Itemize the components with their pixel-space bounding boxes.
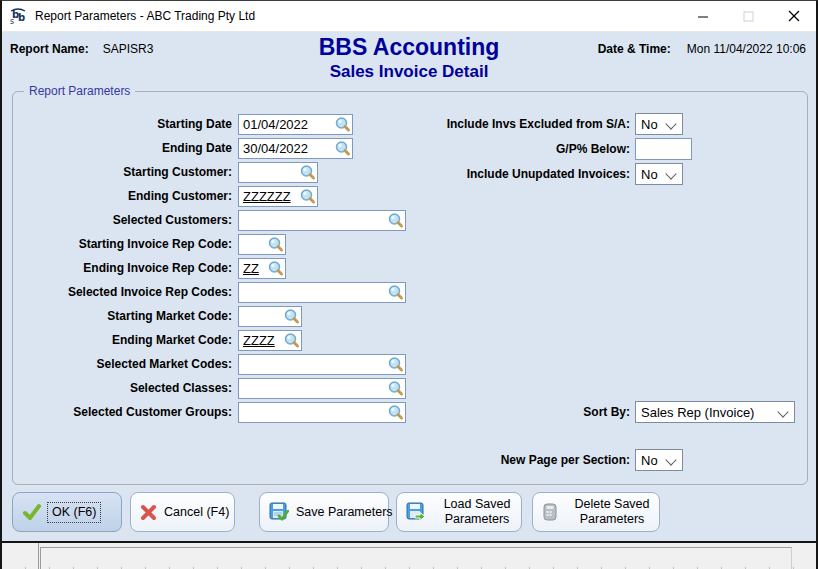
chevron-down-icon [665,168,676,179]
starting-customer-fieldbox [238,162,318,183]
minimize-icon [698,11,709,22]
delete-saved-parameters-button[interactable]: Delete Saved Parameters [532,492,660,532]
new-page-value: No [641,453,658,468]
gp-below-input[interactable] [636,139,691,159]
window-title: Report Parameters - ABC Trading Pty Ltd [35,9,255,23]
svg-text:s: s [10,17,14,25]
field-starting-market-code: Starting Market Code: [4,306,302,327]
load-saved-parameters-button[interactable]: Load Saved Parameters [396,492,522,532]
field-selected-classes: Selected Classes: [4,378,406,399]
ending-customer-fieldbox [238,186,318,207]
sort-by-select[interactable]: Sales Rep (Invoice) [635,401,795,423]
minimize-button[interactable] [681,1,726,31]
magnifier-icon[interactable] [387,212,404,229]
include-unupdated-label: Include Unupdated Invoices: [402,163,630,185]
starting-market-code-fieldbox [238,306,302,327]
magnifier-icon[interactable] [283,332,300,349]
load-saved-parameters-label: Load Saved Parameters [433,497,521,527]
group-legend: Report Parameters [24,84,135,98]
magnifier-icon[interactable] [387,380,404,397]
magnifier-icon[interactable] [387,356,404,373]
datetime: Date & Time:Mon 11/04/2022 10:06 [598,42,806,56]
selected-customers-input[interactable] [239,211,405,230]
close-button[interactable] [771,1,816,31]
ending-rep-code-label: Ending Invoice Rep Code: [4,258,232,279]
include-invs-label: Include Invs Excluded from S/A: [402,113,630,135]
ending-date-fieldbox [238,138,353,159]
starting-date-label: Starting Date [4,114,232,135]
starting-rep-code-fieldbox [238,234,286,255]
selected-customers-label: Selected Customers: [4,210,232,231]
status-bar [2,543,816,569]
selected-rep-codes-input[interactable] [239,283,405,302]
app-icon: b b s [9,7,27,25]
magnifier-icon[interactable] [334,140,351,157]
save-parameters-label: Save Parameters [296,505,393,520]
sort-by-label: Sort By: [402,401,630,423]
starting-rep-code-label: Starting Invoice Rep Code: [4,234,232,255]
magnifier-icon[interactable] [299,188,316,205]
datetime-label: Date & Time: [598,42,671,56]
field-selected-market-codes: Selected Market Codes: [4,354,406,375]
selected-market-codes-input[interactable] [239,355,405,374]
field-selected-customers: Selected Customers: [4,210,406,231]
new-page-select[interactable]: No [635,449,683,471]
field-ending-market-code: Ending Market Code: [4,330,302,351]
ending-market-code-label: Ending Market Code: [4,330,232,351]
ending-rep-code-fieldbox [238,258,286,279]
save-icon [269,502,289,522]
maximize-button[interactable] [726,1,771,31]
delete-icon [542,502,558,522]
selected-classes-label: Selected Classes: [4,378,232,399]
field-starting-customer: Starting Customer: [4,162,318,183]
starting-date-fieldbox [238,114,353,135]
selected-classes-fieldbox [238,378,406,399]
include-unupdated-select[interactable]: No [635,163,683,185]
selected-customers-fieldbox [238,210,406,231]
new-page-label: New Page per Section: [402,449,630,471]
starting-customer-label: Starting Customer: [4,162,232,183]
magnifier-icon[interactable] [299,164,316,181]
load-icon [406,502,426,522]
cancel-button[interactable]: Cancel (F4) [130,492,235,532]
save-parameters-button[interactable]: Save Parameters [259,492,389,532]
selected-customer-groups-input[interactable] [239,403,405,422]
ok-button-label: OK (F6) [49,504,99,521]
field-selected-rep-codes: Selected Invoice Rep Codes: [4,282,406,303]
report-parameters-window: b b s Report Parameters - ABC Trading Pt… [0,0,818,569]
chevron-down-icon [777,406,788,417]
chevron-down-icon [665,118,676,129]
svg-text:b: b [18,12,25,23]
ok-button[interactable]: OK (F6) [12,492,122,532]
field-ending-date: Ending Date [4,138,353,159]
field-ending-rep-code: Ending Invoice Rep Code: [4,258,286,279]
magnifier-icon[interactable] [267,236,284,253]
gp-below-label: G/P% Below: [402,138,630,160]
magnifier-icon[interactable] [267,260,284,277]
chevron-down-icon [665,454,676,465]
include-invs-value: No [641,117,658,132]
report-subtitle: Sales Invoice Detail [2,62,816,82]
cross-icon [140,504,157,521]
delete-saved-parameters-label: Delete Saved Parameters [565,497,659,527]
magnifier-icon[interactable] [334,116,351,133]
selected-market-codes-fieldbox [238,354,406,375]
field-starting-rep-code: Starting Invoice Rep Code: [4,234,286,255]
selected-market-codes-label: Selected Market Codes: [4,354,232,375]
include-invs-select[interactable]: No [635,113,683,135]
ending-date-label: Ending Date [4,138,232,159]
datetime-value: Mon 11/04/2022 10:06 [687,42,806,56]
field-selected-customer-groups: Selected Customer Groups: [4,402,406,423]
cancel-button-label: Cancel (F4) [164,505,229,520]
selected-rep-codes-label: Selected Invoice Rep Codes: [4,282,232,303]
magnifier-icon[interactable] [283,308,300,325]
starting-market-code-label: Starting Market Code: [4,306,232,327]
close-icon [788,10,800,22]
field-starting-date: Starting Date [4,114,353,135]
window-controls [681,1,816,31]
selected-classes-input[interactable] [239,379,405,398]
status-panel [40,547,792,569]
status-bar-divider [38,543,39,569]
magnifier-icon[interactable] [387,284,404,301]
ending-customer-label: Ending Customer: [4,186,232,207]
